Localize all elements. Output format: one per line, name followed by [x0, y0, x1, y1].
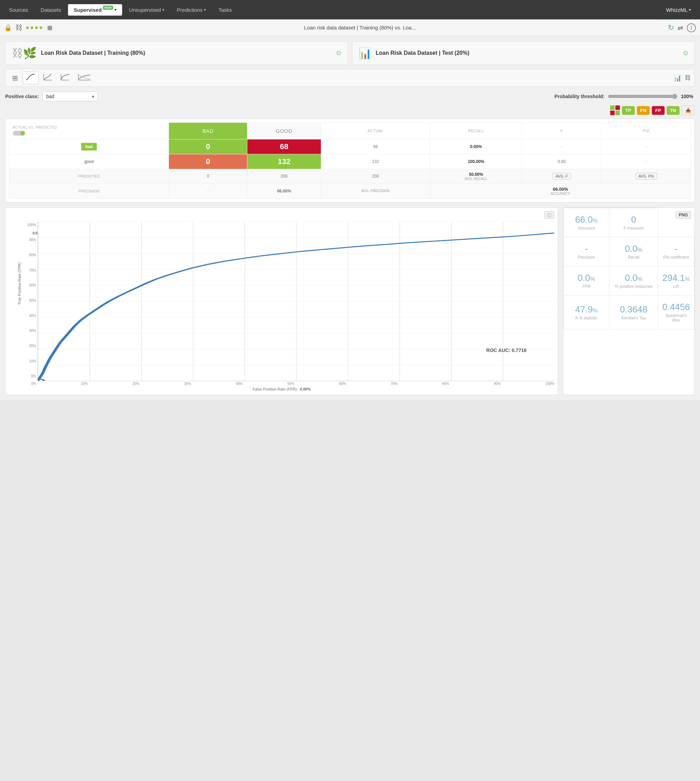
metrics-png-button[interactable]: PNG	[676, 211, 691, 219]
positive-class-select-wrapper: bad good	[42, 92, 98, 101]
confusion-matrix: ACTUAL VS. PREDICTED bad good ACTUAL	[5, 118, 695, 203]
nav-sources[interactable]: Sources	[3, 4, 33, 16]
svg-rect-6	[38, 221, 554, 381]
precision-good: 66.00%	[247, 183, 321, 198]
avg-phi-cell: AVG. Phi	[602, 169, 691, 183]
metric-precision-label: Precision	[568, 255, 605, 260]
nav-tasks[interactable]: Tasks	[213, 4, 237, 16]
nav-unsupervised[interactable]: Unsupervised	[123, 4, 170, 16]
nav-user[interactable]: WhizzML	[660, 4, 697, 16]
metric-phi-value: -	[662, 243, 690, 254]
bar-chart-icon[interactable]: 📊	[673, 74, 681, 82]
accuracy-label: ACCURACY	[433, 192, 687, 196]
metric-phi: - Phi coefficient	[658, 237, 695, 266]
cell-bad-recall: 0.00%	[430, 139, 522, 154]
dataset-train-title: Loan Risk Data Dataset | Training (80%)	[41, 50, 332, 56]
predicted-good: 200	[247, 169, 321, 183]
col-header-phi: Phi	[602, 123, 691, 140]
metrics-row-4: 47.9% K-S statistic 0.3648 Kendall's Tau…	[564, 295, 695, 330]
lock-icon: 🔒	[4, 24, 12, 32]
col-good-label: good	[276, 128, 292, 134]
col-phi-label: Phi	[643, 129, 650, 133]
avg-phi-button[interactable]: AVG. Phi	[635, 173, 657, 180]
avg-f-button[interactable]: AVG. F	[553, 173, 571, 180]
roc-export-button[interactable]: ⬚	[544, 211, 554, 219]
compare-icon[interactable]: ⇌	[677, 23, 683, 32]
nav-predictions[interactable]: Predictions	[172, 4, 212, 16]
nav-datasets[interactable]: Datasets	[35, 4, 67, 16]
col-recall-label: RECALL	[468, 129, 484, 133]
metric-accuracy-value: 66.0%	[568, 214, 605, 225]
metric-kendall: 0.3648 Kendall's Tau	[610, 295, 658, 330]
row-good-label: good	[84, 159, 94, 164]
metrics-row-1: 66.0% Accuracy 0 F-measure	[564, 208, 695, 237]
roc-auc-label: ROC AUC: 0.7716	[486, 348, 527, 353]
row-good-label-cell: good	[9, 154, 169, 169]
precision-bad: -	[168, 183, 247, 198]
nav-predictions-label: Predictions	[177, 7, 203, 13]
toolbar-actions: ↻ ⇌ i	[668, 23, 696, 32]
refresh-icon[interactable]: ↻	[668, 23, 674, 32]
metric-ks-label: K-S statistic	[568, 316, 605, 320]
col-actual-label: ACTUAL	[367, 129, 383, 133]
row-bad-label-cell: bad	[9, 139, 169, 154]
col-header-good: good	[247, 123, 321, 140]
chart-tabs: ⊞	[5, 69, 695, 87]
nav-supervised-label: Supervised	[73, 7, 102, 13]
badge-fp[interactable]: FP	[652, 106, 665, 115]
chart-tab-confusion[interactable]: ⊞	[9, 72, 21, 84]
info-icon[interactable]: i	[687, 23, 696, 32]
prob-threshold-slider[interactable]	[608, 94, 677, 99]
badge-tn[interactable]: TN	[667, 106, 680, 115]
network-icon[interactable]: ⛓	[685, 74, 691, 82]
dataset-test-chevron[interactable]: ⊙	[683, 49, 688, 57]
metric-kendall-label: Kendall's Tau	[613, 316, 653, 320]
chart-tab-ks[interactable]	[75, 72, 94, 84]
metric-precision-value: -	[568, 243, 605, 254]
dataset-card-train: ⛓🌿 Loan Risk Data Dataset | Training (80…	[5, 41, 348, 65]
actual-vs-predicted-label: ACTUAL VS. PREDICTED	[13, 125, 165, 129]
roc-fpr-label: 0.00%	[300, 387, 311, 391]
roc-y-axis-label: True Positive Rate (TPR)	[17, 298, 22, 305]
accuracy-cell: 66.00% ACCURACY	[430, 183, 691, 198]
cell-bad-good: 68	[247, 139, 321, 154]
metric-precision: - Precision	[564, 237, 610, 266]
col-header-bad: bad	[168, 123, 247, 140]
tree-icon[interactable]: ⛓	[15, 23, 22, 32]
nav-tasks-label: Tasks	[218, 7, 232, 13]
metric-fpr-label: FPR	[568, 284, 605, 289]
positive-class-select[interactable]: bad good	[42, 92, 98, 101]
row-good: good 0 132 132 100.00% 0.80 -	[9, 154, 691, 169]
chart-tab-roc[interactable]	[23, 72, 38, 84]
nav-supervised[interactable]: Supervised NEW	[68, 4, 122, 16]
avg-recall-cell: 50.00% AVG. RECALL	[430, 169, 522, 183]
avg-f-cell: AVG. F	[522, 169, 602, 183]
metric-recall-value: 0.0%	[613, 243, 653, 254]
dataset-test-title: Loan Risk Data Dataset | Test (20%)	[376, 50, 679, 56]
predicted-bad: 0	[168, 169, 247, 183]
nav-user-label: WhizzML	[666, 7, 688, 13]
col-bad-label: bad	[202, 128, 213, 134]
chart-tab-right: 📊 ⛓	[673, 74, 691, 82]
roc-svg	[38, 221, 554, 381]
avg-precision-cell: AVG. PRECISION	[321, 183, 430, 198]
metric-recall: 0.0% Recall	[610, 237, 658, 266]
badge-fn[interactable]: FN	[637, 106, 650, 115]
dataset-test-icon: 📊	[359, 47, 372, 59]
toggle-switch[interactable]	[13, 131, 25, 136]
dataset-train-chevron[interactable]: ⊙	[336, 49, 341, 57]
roc-container: ⬚ 0.00% True Positive Rate (TPR) 100%90%…	[5, 207, 558, 395]
metric-accuracy: 66.0% Accuracy	[564, 208, 610, 237]
metric-lift-label: Lift	[662, 284, 690, 289]
metrics-row-3: 0.0% FPR 0.0% % positive instances 294.1…	[564, 266, 695, 295]
metric-spearman-label: Spearman's Rho	[662, 313, 690, 323]
export-button[interactable]: 📥	[682, 106, 695, 115]
chart-tab-lift[interactable]	[57, 72, 73, 84]
col-header-actual: ACTUAL	[321, 123, 430, 140]
chart-tab-pr[interactable]	[40, 72, 56, 84]
badge-tp[interactable]: TP	[622, 106, 635, 115]
metric-spearman: 0.4456 Spearman's Rho	[658, 295, 695, 330]
dataset-headers: ⛓🌿 Loan Risk Data Dataset | Training (80…	[5, 41, 695, 65]
precision-label-cell: PRECISION	[9, 183, 169, 198]
grid-icon[interactable]: ▦	[47, 24, 52, 31]
